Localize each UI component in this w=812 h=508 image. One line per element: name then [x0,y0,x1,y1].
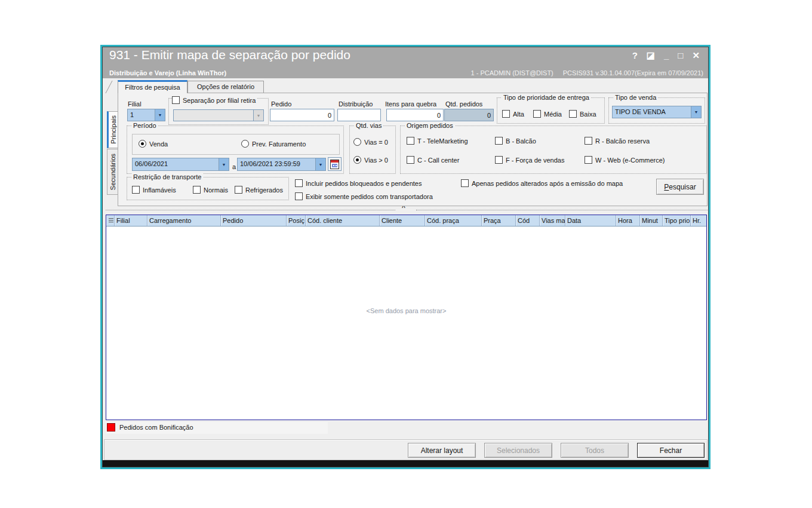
filial-value: 1 [128,109,155,121]
col-header-hr[interactable]: Hr. [691,215,706,226]
side-tab-secundarios[interactable]: Secundários [107,149,118,195]
col-header-cliente[interactable]: Cliente [380,215,425,226]
checkbox-apenas-alterados[interactable]: Apenas pedidos alterados após a emissão … [461,179,623,187]
qtd-pedidos-input [444,109,494,121]
help-icon[interactable]: ? [632,50,638,61]
date-to-select[interactable]: 10/06/2021 23:59:59 ▼ [237,158,326,171]
checkbox-call-center[interactable]: C - Call center [407,156,459,164]
date-from-value: 06/06/2021 [133,158,219,170]
chevron-down-icon: ▼ [257,114,261,118]
column-options-button[interactable] [106,215,115,226]
tab-label: Filtros de pesquisa [125,84,180,91]
col-header-data[interactable]: Data [565,215,616,226]
col-header-minuto[interactable]: Minut [640,215,663,226]
legend-label: Pedidos com Bonificação [119,424,193,431]
checkbox-telemarketing[interactable]: T - TeleMarketing [407,137,468,145]
date-from-select[interactable]: 06/06/2021 ▼ [132,158,229,171]
checkbox-forca-vendas[interactable]: F - Força de vendas [495,156,564,164]
fechar-button[interactable]: Fechar [637,443,705,458]
button-label: Alterar layout [421,446,463,455]
button-label: Selecionados [497,446,540,455]
close-icon[interactable]: ✕ [692,50,700,61]
periodo-radio-box: Venda Prev. Faturamento [132,134,340,155]
col-header-posicao[interactable]: Posiç [287,215,306,226]
itens-quebra-input[interactable] [386,109,444,121]
date-to-dropdown-button[interactable]: ▼ [315,158,325,170]
col-header-hora[interactable]: Hora [616,215,640,226]
col-header-carregamento[interactable]: Carregamento [147,215,221,226]
tipo-venda-value: TIPO DE VENDA [613,106,691,118]
checkbox-web-ecommerce[interactable]: W - Web (e-Commerce) [585,156,665,164]
checkbox-balcao-reserva[interactable]: R - Balcão reserva [585,137,650,145]
alterar-layout-button[interactable]: Alterar layout [408,443,476,458]
splitter-bar[interactable] [106,210,395,210]
titlebar[interactable]: 931 - Emitir mapa de separação por pedid… [103,47,708,78]
radio-label: Vias > 0 [364,157,388,164]
splitter-bar[interactable] [416,210,708,210]
checkbox-label: T - TeleMarketing [417,137,468,145]
checkbox-icon [407,156,414,164]
radio-venda[interactable]: Venda [139,140,168,148]
checkbox-icon [495,137,503,145]
radio-prev-faturamento[interactable]: Prev. Faturamento [241,140,306,148]
checkbox-inflamaveis[interactable]: Inflamáveis [132,186,176,194]
checkbox-media[interactable]: Média [533,110,562,118]
checkbox-label: Normais [204,186,228,194]
checkbox-normais[interactable]: Normais [193,186,228,194]
checkbox-icon [132,186,140,194]
chevron-down-icon: ▼ [158,113,162,117]
checkbox-label: Apenas pedidos alterados após a emissão … [472,180,623,187]
grid-empty-message: <Sem dados para mostrar> [106,307,706,314]
pesquisar-button[interactable]: Pesquisar [656,179,704,195]
radio-icon [139,140,146,148]
date-from-dropdown-button[interactable]: ▼ [219,158,229,170]
checkbox-exibir-transportadora[interactable]: Exibir somente pedidos com transportador… [295,192,433,200]
col-header-vias-mapa[interactable]: Vias map [540,215,565,226]
separacao-filial-value [174,110,253,121]
checkbox-icon [295,192,303,200]
restricao-group-label: Restrição de transporte [131,173,203,180]
minimize-icon[interactable]: _ [664,50,669,61]
tipo-venda-select[interactable]: TIPO DE VENDA ▼ [612,106,702,118]
maximize-icon[interactable]: □ [678,50,683,61]
checkbox-label: Baixa [580,111,596,118]
checkbox-label: C - Call center [417,157,459,164]
session-user: 1 - PCADMIN (DIST@DIST) [470,69,553,76]
checkbox-refrigerados[interactable]: Refrigerados [235,186,283,194]
col-header-cod[interactable]: Cód [516,215,540,226]
radio-vias-igual-zero[interactable]: Vias = 0 [353,138,388,146]
filial-dropdown-button[interactable]: ▼ [155,109,165,121]
periodo-group: Período Venda Prev. Faturamento 06/06/20… [127,126,344,174]
checkbox-separacao-filial-retira[interactable]: Separação por filial retira [172,96,257,104]
checkbox-label: Média [544,111,562,118]
tab-opcoes-relatorio[interactable]: Opções de relatório [187,81,264,93]
col-header-pedido[interactable]: Pedido [221,215,287,226]
distribuicao-input[interactable] [337,109,381,121]
theme-icon[interactable]: ◪ [647,50,655,61]
restricao-transporte-group: Restrição de transporte Inflamáveis Norm… [127,177,289,200]
radio-vias-maior-zero[interactable]: Vias > 0 [353,156,388,164]
prioridade-group-label: Tipo de prioridade de entrega [502,94,591,101]
periodo-group-label: Período [131,122,158,129]
col-header-filial[interactable]: Filial [115,215,147,226]
checkbox-label: Alta [513,111,524,118]
side-tab-principais[interactable]: Principais [107,111,118,148]
app-window: 931 - Emitir mapa de separação por pedid… [100,45,710,469]
col-header-praca[interactable]: Praça [482,215,516,226]
legend-bar: Pedidos com Bonificação [106,422,328,434]
checkbox-icon [295,179,303,187]
filial-select[interactable]: 1 ▼ [127,109,165,121]
col-header-cod-cliente[interactable]: Cód. cliente [306,215,380,226]
checkbox-baixa[interactable]: Baixa [569,110,596,118]
tab-filtros-pesquisa[interactable]: Filtros de pesquisa [118,80,187,93]
checkbox-incluir-bloqueados[interactable]: Incluir pedidos bloqueados e pendentes [295,179,422,187]
orders-grid: Filial Carregamento Pedido Posiç Cód. cl… [106,215,707,420]
checkbox-alta[interactable]: Alta [502,110,524,118]
calendar-button[interactable] [328,157,342,171]
pedido-input[interactable] [270,109,334,121]
checkbox-balcao[interactable]: B - Balcão [495,137,536,145]
col-header-tipo-prioridade[interactable]: Tipo prio [663,215,691,226]
tipo-venda-dropdown-button[interactable]: ▼ [691,106,701,118]
col-header-cod-praca[interactable]: Cód. praça [425,215,482,226]
checkbox-label: B - Balcão [506,137,536,145]
